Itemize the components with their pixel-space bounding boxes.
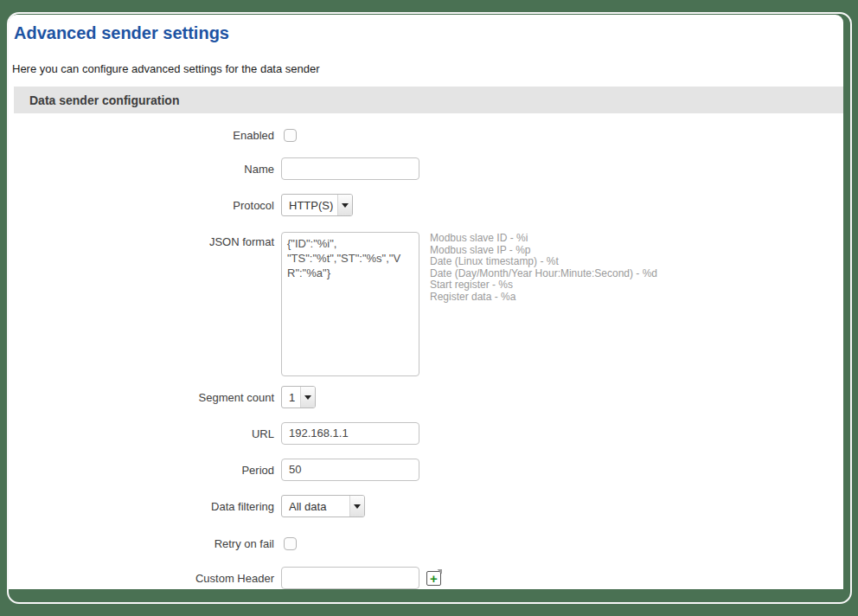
hint-start-register: Start register - %s	[430, 279, 657, 292]
section-header: Data sender configuration	[14, 87, 843, 113]
segment-count-row: Segment count 1	[14, 386, 843, 408]
period-input[interactable]	[281, 459, 419, 481]
custom-header-row: Custom Header +	[14, 567, 843, 589]
json-format-hints: Modbus slave ID - %i Modbus slave IP - %…	[430, 232, 657, 303]
page-subtitle: Here you can configure advanced settings…	[12, 62, 843, 76]
protocol-select[interactable]: HTTP(S)	[281, 194, 353, 216]
url-input[interactable]	[281, 422, 419, 445]
custom-header-label: Custom Header	[14, 572, 274, 585]
segment-count-label: Segment count	[14, 391, 274, 404]
add-icon: +	[430, 572, 438, 585]
hint-modbus-slave-id: Modbus slave ID - %i	[430, 233, 657, 245]
section-header-title: Data sender configuration	[29, 93, 179, 107]
data-filtering-select[interactable]: All data	[281, 495, 365, 517]
data-filtering-select-wrap: All data	[281, 495, 365, 517]
protocol-row: Protocol HTTP(S)	[14, 194, 843, 216]
add-custom-header-button[interactable]: +	[426, 571, 441, 586]
enabled-row: Enabled	[14, 129, 843, 142]
hint-modbus-slave-ip: Modbus slave IP - %p	[430, 245, 657, 257]
page-title: Advanced sender settings	[14, 22, 843, 43]
hint-register-data: Register data - %a	[430, 292, 657, 304]
data-sender-form: Enabled Name Protocol HTTP(S) JSON forma…	[14, 129, 843, 589]
content-panel: Advanced sender settings Here you can co…	[9, 15, 843, 589]
hint-date-linux-timestamp: Date (Linux timestamp) - %t	[430, 256, 657, 268]
protocol-label: Protocol	[14, 199, 274, 212]
json-format-label: JSON format	[14, 232, 274, 248]
protocol-select-wrap: HTTP(S)	[281, 194, 353, 216]
enabled-label: Enabled	[14, 129, 274, 142]
hint-date-dmy: Date (Day/Month/Year Hour:Minute:Second)…	[430, 268, 657, 280]
json-format-textarea[interactable]: {"ID":"%i", "TS":"%t","ST":"%s","VR":"%a…	[281, 232, 419, 376]
data-filtering-row: Data filtering All data	[14, 495, 843, 517]
retry-on-fail-row: Retry on fail	[14, 537, 843, 550]
custom-header-input[interactable]	[281, 567, 419, 589]
data-filtering-label: Data filtering	[14, 500, 274, 513]
enabled-checkbox[interactable]	[284, 129, 297, 142]
name-row: Name	[14, 157, 843, 180]
segment-count-select[interactable]: 1	[281, 386, 316, 408]
url-row: URL	[14, 422, 843, 445]
retry-on-fail-checkbox[interactable]	[284, 537, 297, 550]
url-label: URL	[14, 427, 274, 440]
segment-count-select-wrap: 1	[281, 386, 316, 408]
name-label: Name	[14, 163, 274, 176]
retry-on-fail-label: Retry on fail	[14, 537, 274, 550]
json-format-row: JSON format {"ID":"%i", "TS":"%t","ST":"…	[14, 232, 843, 376]
period-label: Period	[14, 464, 274, 477]
name-input[interactable]	[281, 157, 419, 180]
period-row: Period	[14, 459, 843, 481]
